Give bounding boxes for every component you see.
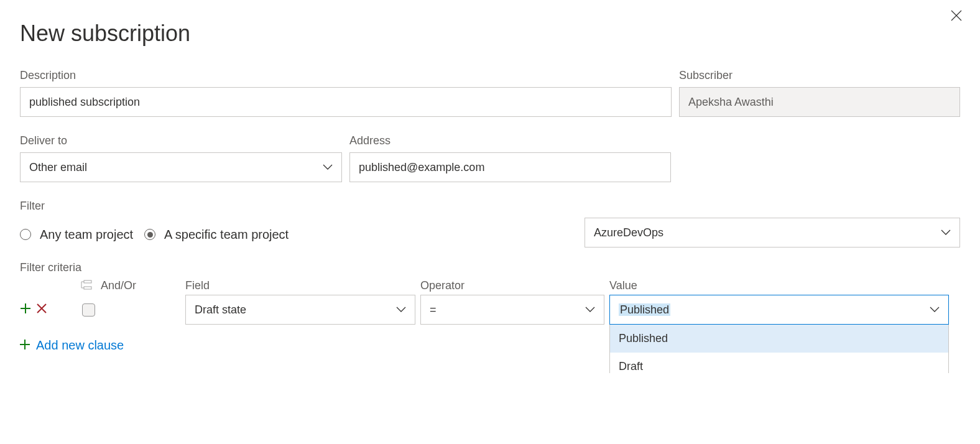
plus-icon [20, 303, 31, 314]
x-icon [36, 303, 47, 314]
filter-label: Filter [20, 200, 960, 213]
operator-value: = [430, 303, 437, 317]
radio-icon [144, 229, 155, 240]
filter-criteria-label: Filter criteria [20, 261, 960, 274]
filter-any-label: Any team project [40, 228, 133, 242]
value-column-label: Value [609, 279, 949, 292]
deliver-to-label: Deliver to [20, 134, 342, 147]
filter-radio-specific[interactable]: A specific team project [144, 228, 289, 242]
field-value: Draft state [195, 303, 246, 317]
subscriber-label: Subscriber [679, 69, 960, 82]
value-option-draft[interactable]: Draft [610, 353, 948, 373]
project-select[interactable]: AzureDevOps [585, 218, 960, 247]
add-row-button[interactable] [20, 302, 31, 318]
chevron-down-icon [396, 307, 406, 313]
chevron-down-icon [930, 307, 940, 313]
remove-row-button[interactable] [36, 302, 47, 318]
radio-icon [20, 229, 31, 240]
address-input[interactable] [349, 152, 671, 182]
chevron-down-icon [585, 307, 595, 313]
operator-select[interactable]: = [420, 295, 604, 325]
deliver-to-select[interactable]: Other email [20, 152, 342, 182]
field-column-label: Field [185, 279, 415, 292]
description-input[interactable] [20, 87, 672, 117]
filter-radio-any[interactable]: Any team project [20, 228, 133, 242]
add-clause-label: Add new clause [36, 338, 124, 353]
plus-icon [20, 338, 30, 353]
page-title: New subscription [20, 21, 960, 47]
andor-label: And/Or [101, 279, 136, 292]
filter-specific-label: A specific team project [164, 228, 289, 242]
svg-rect-1 [84, 287, 91, 289]
value-dropdown: Published Draft [609, 325, 949, 373]
project-value: AzureDevOps [594, 226, 663, 239]
description-label: Description [20, 69, 672, 82]
field-select[interactable]: Draft state [185, 295, 415, 325]
value-select[interactable]: Published [609, 295, 949, 325]
value-option-published[interactable]: Published [610, 325, 948, 353]
svg-rect-0 [84, 280, 91, 283]
group-icon [81, 280, 92, 292]
close-icon [950, 9, 963, 22]
subscriber-input [679, 87, 960, 117]
deliver-to-value: Other email [29, 161, 87, 174]
chevron-down-icon [323, 164, 333, 170]
group-checkbox[interactable] [82, 303, 95, 317]
operator-column-label: Operator [420, 279, 604, 292]
value-current: Published [619, 303, 670, 317]
chevron-down-icon [941, 229, 951, 236]
close-button[interactable] [950, 9, 963, 24]
address-label: Address [349, 134, 671, 147]
